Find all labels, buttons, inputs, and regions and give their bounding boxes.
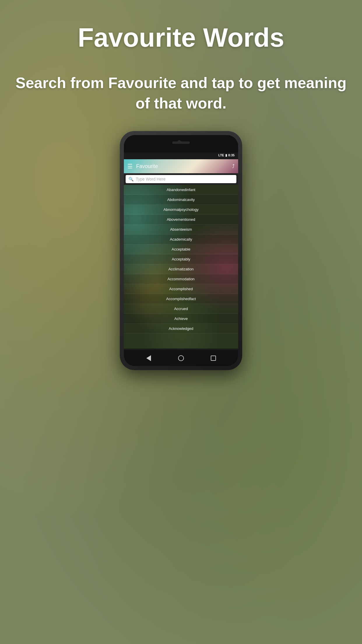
list-item[interactable]: Acceptable xyxy=(124,244,238,254)
word-label: Accomplished xyxy=(169,287,193,291)
word-label: Accomplishedfact xyxy=(166,297,196,301)
phone-mockup: LTE ▮ 8:35 ☰ Favourite ⤴ 🔍 xyxy=(120,131,242,370)
app-bar: ☰ Favourite ⤴ xyxy=(124,159,238,173)
word-label: Achieve xyxy=(174,316,188,321)
title-section: Favourite Words xyxy=(60,23,302,52)
home-button[interactable] xyxy=(176,353,186,363)
page-wrapper: Favourite Words Search from Favourite an… xyxy=(0,0,362,644)
word-label: Absenteeism xyxy=(170,227,192,232)
list-item[interactable]: Acclimatization xyxy=(124,264,238,274)
list-item[interactable]: Abdominalcavity xyxy=(124,195,238,205)
recents-button[interactable] xyxy=(208,353,219,363)
search-icon: 🔍 xyxy=(129,177,133,181)
battery-icon: ▮ xyxy=(225,153,227,157)
phone-outer-body: LTE ▮ 8:35 ☰ Favourite ⤴ 🔍 xyxy=(120,131,242,370)
main-title: Favourite Words xyxy=(78,23,284,52)
back-icon xyxy=(146,355,151,361)
app-bar-title: Favourite xyxy=(136,163,232,169)
speaker-grille xyxy=(172,141,190,144)
word-label: Abandonedinfant xyxy=(167,188,195,192)
word-label: Acceptable xyxy=(172,247,190,251)
status-icons: LTE ▮ 8:35 xyxy=(218,153,235,157)
share-icon[interactable]: ⤴ xyxy=(232,163,235,169)
search-bar[interactable]: 🔍 Type Word Here xyxy=(126,175,236,183)
menu-icon[interactable]: ☰ xyxy=(127,163,133,170)
home-icon xyxy=(178,355,184,361)
list-item[interactable]: Abovementioned xyxy=(124,215,238,225)
word-label: Acknowledged xyxy=(169,326,194,331)
word-label: Acclimatization xyxy=(168,267,194,271)
list-item[interactable]: Abandonedinfant xyxy=(124,185,238,195)
list-item[interactable]: Abnormalpsychology xyxy=(124,205,238,215)
search-placeholder-text: Type Word Here xyxy=(136,177,166,181)
list-item[interactable]: Accrued xyxy=(124,304,238,314)
list-item[interactable]: Accomplished xyxy=(124,284,238,294)
word-label: Accommodation xyxy=(167,277,194,281)
subtitle-text: Search from Favourite and tap to get mea… xyxy=(0,73,362,113)
signal-indicator: LTE xyxy=(218,153,224,157)
list-item[interactable]: Accommodation xyxy=(124,274,238,284)
list-item[interactable]: Acknowledged xyxy=(124,324,238,334)
list-item[interactable]: Achieve xyxy=(124,314,238,324)
recents-icon xyxy=(211,356,216,361)
list-item[interactable]: Academically xyxy=(124,235,238,244)
phone-screen: LTE ▮ 8:35 ☰ Favourite ⤴ 🔍 xyxy=(124,151,238,349)
word-label: Abdominalcavity xyxy=(167,197,195,202)
list-item[interactable]: Absenteeism xyxy=(124,225,238,235)
phone-inner-body: LTE ▮ 8:35 ☰ Favourite ⤴ 🔍 xyxy=(124,135,238,366)
phone-top-hardware xyxy=(124,135,238,153)
word-label: Accrued xyxy=(174,307,188,311)
time-display: 8:35 xyxy=(228,153,235,157)
word-list: AbandonedinfantAbdominalcavityAbnormalps… xyxy=(124,185,238,349)
word-label: Acceptably xyxy=(172,257,190,261)
list-item[interactable]: Acceptably xyxy=(124,254,238,264)
bottom-navigation xyxy=(124,350,238,366)
back-button[interactable] xyxy=(143,353,154,363)
list-item[interactable]: Accomplishedfact xyxy=(124,294,238,304)
word-label: Abovementioned xyxy=(167,217,195,222)
word-label: Academically xyxy=(170,237,192,242)
word-label: Abnormalpsychology xyxy=(164,207,199,212)
